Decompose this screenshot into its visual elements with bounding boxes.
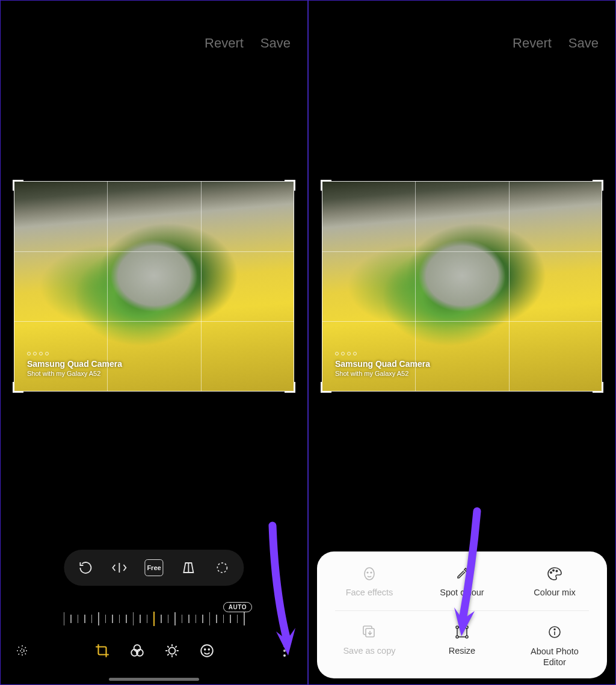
svg-point-28 — [367, 572, 368, 573]
svg-rect-34 — [457, 627, 467, 637]
svg-point-30 — [550, 572, 552, 573]
face-effects-button: Face effects — [324, 566, 415, 597]
svg-point-29 — [371, 572, 372, 573]
aspect-ratio-button[interactable]: Free — [144, 559, 163, 576]
svg-point-32 — [556, 570, 557, 571]
face-effects-icon — [362, 566, 377, 582]
more-options-sheet: Face effects Spot colour Colour mix — [317, 551, 607, 678]
rotation-ruler[interactable] — [46, 611, 262, 627]
svg-line-23 — [175, 646, 176, 647]
gesture-bar[interactable] — [109, 678, 199, 681]
svg-point-38 — [466, 636, 468, 638]
adjust-tab-icon[interactable] — [164, 642, 180, 659]
palette-icon — [547, 566, 562, 582]
watermark-title: Samsung Quad Camera — [27, 359, 122, 369]
crop-tab-icon[interactable] — [94, 642, 111, 659]
filter-tab-icon[interactable] — [129, 642, 146, 659]
svg-point-3 — [20, 649, 24, 653]
svg-point-36 — [466, 626, 468, 628]
top-actions: Revert Save — [205, 35, 291, 51]
save-as-copy-label: Save as copy — [343, 646, 395, 656]
eyedropper-icon — [454, 566, 470, 582]
watermark-subtitle: Shot with my Galaxy A52 — [335, 370, 430, 377]
svg-line-9 — [25, 654, 26, 655]
save-copy-icon — [362, 624, 377, 640]
sticker-tab-icon[interactable] — [199, 642, 215, 659]
photo-preview: Samsung Quad Camera Shot with my Galaxy … — [322, 181, 602, 392]
svg-line-22 — [167, 654, 168, 655]
svg-line-21 — [175, 654, 176, 655]
svg-point-27 — [365, 568, 374, 580]
top-actions: Revert Save — [513, 35, 599, 51]
svg-point-35 — [456, 626, 458, 628]
svg-line-8 — [19, 647, 20, 648]
spot-colour-button[interactable]: Spot colour — [416, 566, 508, 597]
face-effects-label: Face effects — [346, 588, 393, 597]
resize-button[interactable]: Resize — [416, 624, 508, 656]
photo-preview: Samsung Quad Camera Shot with my Galaxy … — [14, 181, 294, 392]
svg-point-25 — [205, 649, 206, 650]
watermark: Samsung Quad Camera Shot with my Galaxy … — [27, 352, 122, 377]
svg-point-26 — [208, 649, 209, 650]
svg-line-20 — [167, 646, 168, 647]
colour-mix-label: Colour mix — [534, 588, 575, 597]
colour-mix-button[interactable]: Colour mix — [509, 566, 600, 597]
popup-divider — [335, 610, 589, 611]
svg-point-37 — [456, 636, 458, 638]
svg-point-41 — [554, 628, 555, 630]
spot-colour-label: Spot colour — [440, 588, 484, 597]
info-icon — [547, 624, 562, 640]
watermark-subtitle: Shot with my Galaxy A52 — [27, 370, 122, 377]
crop-toolbar: Free — [64, 550, 244, 586]
more-options-button[interactable] — [279, 645, 291, 657]
save-button[interactable]: Save — [568, 35, 599, 51]
about-button[interactable]: About Photo Editor — [509, 624, 600, 668]
save-as-copy-button: Save as copy — [324, 624, 415, 656]
perspective-icon[interactable] — [180, 559, 197, 576]
resize-icon — [454, 624, 470, 640]
image-canvas[interactable]: Samsung Quad Camera Shot with my Galaxy … — [322, 181, 602, 392]
svg-point-15 — [169, 648, 176, 654]
rotate-icon[interactable] — [77, 559, 94, 576]
watermark-title: Samsung Quad Camera — [335, 359, 430, 369]
revert-button[interactable]: Revert — [513, 35, 552, 51]
svg-line-11 — [25, 647, 26, 648]
bottom-nav — [1, 636, 307, 665]
watermark: Samsung Quad Camera Shot with my Galaxy … — [335, 352, 430, 377]
revert-button[interactable]: Revert — [205, 35, 244, 51]
svg-point-31 — [553, 570, 554, 571]
svg-line-10 — [19, 654, 20, 655]
svg-point-2 — [218, 563, 227, 573]
lasso-icon[interactable] — [214, 559, 231, 576]
editor-screen-right: Revert Save Samsung Quad Camera Shot wit… — [308, 0, 616, 685]
svg-point-24 — [201, 645, 213, 657]
image-canvas[interactable]: Samsung Quad Camera Shot with my Galaxy … — [14, 181, 294, 392]
editor-screen-left: Revert Save Samsung Quad Camera Shot wit… — [0, 0, 308, 685]
save-button[interactable]: Save — [260, 35, 291, 51]
about-label: About Photo Editor — [522, 646, 588, 668]
flip-icon[interactable] — [111, 559, 128, 576]
auto-enhance-icon[interactable] — [14, 642, 31, 659]
resize-label: Resize — [449, 646, 475, 656]
